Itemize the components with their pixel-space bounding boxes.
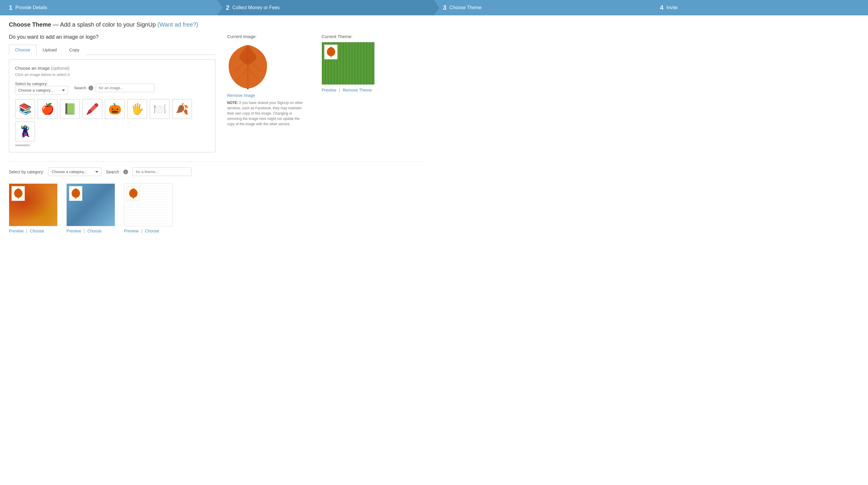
theme-wood-choose-link[interactable]: Choose (145, 229, 159, 233)
theme-mini-leaf (324, 45, 338, 59)
tab-upload[interactable]: Upload (37, 45, 63, 55)
search-info-icon[interactable]: i (89, 86, 93, 90)
wizard-step-4[interactable]: 4 Invite (651, 0, 868, 16)
theme-blue-image[interactable] (66, 183, 115, 226)
tab-choose[interactable]: Choose (9, 45, 37, 55)
image-thumb-pumpkin[interactable]: 🎃 (105, 99, 125, 119)
chooser-controls: Select by category: Choose a category...… (15, 81, 209, 94)
current-theme-actions: Preview | Remove Theme (321, 88, 386, 92)
blue-mini-leaf (69, 186, 82, 201)
image-search-group: Search i (74, 84, 155, 92)
wizard-step-2[interactable]: 2 Collect Money or Fees (217, 0, 434, 16)
theme-search-input[interactable] (132, 168, 191, 176)
image-chooser-box: Choose an image (optional) Click an imag… (9, 59, 215, 152)
current-image-leaf (227, 42, 269, 89)
theme-wood-actions: Preview | Choose (124, 229, 159, 233)
theme-category-label: Select by category: (9, 170, 44, 174)
chooser-heading: Choose an image (optional) (15, 65, 209, 70)
theme-item-wood: Preview | Choose (124, 183, 173, 233)
theme-search-info-icon[interactable]: i (123, 170, 128, 174)
autumn-sep: | (26, 229, 27, 233)
chooser-subtext: Click an image below to select it. (15, 73, 209, 77)
blue-sep: | (84, 229, 85, 233)
theme-autumn-actions: Preview | Choose (9, 229, 44, 233)
image-grid: 📚 🍎 📗 🖍️ 🎃 🖐️ 🍽️ 🍂 🦹 (15, 99, 209, 141)
image-thumb-handprint[interactable]: 🖐️ (127, 99, 147, 119)
theme-blue-preview-link[interactable]: Preview (66, 229, 81, 233)
image-tab-bar: Choose Upload Copy (9, 45, 215, 55)
current-theme-label: Current Theme: (321, 34, 386, 39)
current-theme-panel: Current Theme: Preview | Remove Theme (321, 34, 386, 152)
theme-autumn-image[interactable] (9, 183, 58, 226)
image-thumb-books[interactable]: 📚 (15, 99, 35, 119)
theme-wood-image[interactable] (124, 183, 173, 226)
category-label: Select by category: (15, 82, 48, 86)
step-4-number: 4 (660, 4, 663, 11)
image-search-input[interactable] (96, 84, 155, 92)
image-thumb-scarecrow[interactable]: 🦹 (15, 121, 35, 141)
image-category-select[interactable]: Choose a category... (15, 86, 68, 94)
theme-category-select[interactable]: Choose a category... (49, 168, 101, 176)
page-title: Choose Theme — Add a splash of color to … (9, 21, 425, 28)
image-section-heading: Do you want to add an image or logo? (9, 34, 215, 40)
theme-actions-separator: | (339, 88, 340, 92)
theme-blue-actions: Preview | Choose (66, 229, 101, 233)
wizard-navigation: 1 Provide Details 2 Collect Money or Fee… (0, 0, 868, 16)
wizard-step-3[interactable]: 3 Choose Theme (434, 0, 651, 16)
theme-wood-preview-link[interactable]: Preview (124, 229, 139, 233)
step-3-number: 3 (443, 4, 446, 11)
theme-search-label: Search (106, 170, 119, 174)
current-image-label: Current Image: (227, 34, 310, 39)
current-theme-remove-link[interactable]: Remove Theme (343, 88, 372, 92)
image-thumb-apple[interactable]: 🍎 (37, 99, 58, 119)
current-image-panel: Current Image: Remove (227, 34, 310, 152)
ad-free-link[interactable]: (Want ad free?) (158, 21, 198, 28)
wizard-step-1[interactable]: 1 Provide Details (0, 0, 217, 16)
theme-item-autumn: Preview | Choose (9, 183, 58, 233)
remove-image-link[interactable]: Remove Image (227, 93, 310, 98)
step-1-label: Provide Details (16, 5, 47, 10)
image-thumb-utensils[interactable]: 🍽️ (150, 99, 169, 119)
theme-blue-choose-link[interactable]: Choose (87, 229, 101, 233)
step-2-label: Collect Money or Fees (232, 5, 280, 10)
wood-mini-leaf (127, 186, 140, 201)
image-search-label: Search (74, 86, 86, 90)
image-thumb-book-pencil[interactable]: 📗 (60, 99, 80, 119)
step-2-number: 2 (226, 4, 229, 11)
theme-controls: Select by category: Choose a category...… (9, 168, 425, 176)
autumn-mini-leaf (11, 186, 25, 201)
scroll-indicator (15, 144, 30, 146)
image-thumb-crayons[interactable]: 🖍️ (82, 99, 102, 119)
step-4-label: Invite (666, 5, 678, 10)
image-note: NOTE: If you have shared your SignUp on … (227, 100, 304, 127)
step-1-number: 1 (9, 4, 12, 11)
image-thumb-leaf[interactable]: 🍂 (172, 99, 192, 119)
theme-autumn-choose-link[interactable]: Choose (30, 229, 44, 233)
tab-copy[interactable]: Copy (63, 45, 86, 55)
step-3-label: Choose Theme (450, 5, 482, 10)
section-divider (9, 161, 425, 162)
theme-section: Select by category: Choose a category...… (9, 168, 425, 233)
category-group: Select by category: Choose a category... (15, 81, 68, 94)
current-theme-preview-link[interactable]: Preview (321, 88, 336, 92)
theme-autumn-preview-link[interactable]: Preview (9, 229, 24, 233)
wood-sep: | (141, 229, 143, 233)
theme-grid: Preview | Choose (9, 183, 425, 233)
image-panel: Do you want to add an image or logo? Cho… (9, 34, 215, 152)
current-theme-preview-image (321, 42, 375, 85)
theme-item-blue: Preview | Choose (66, 183, 115, 233)
